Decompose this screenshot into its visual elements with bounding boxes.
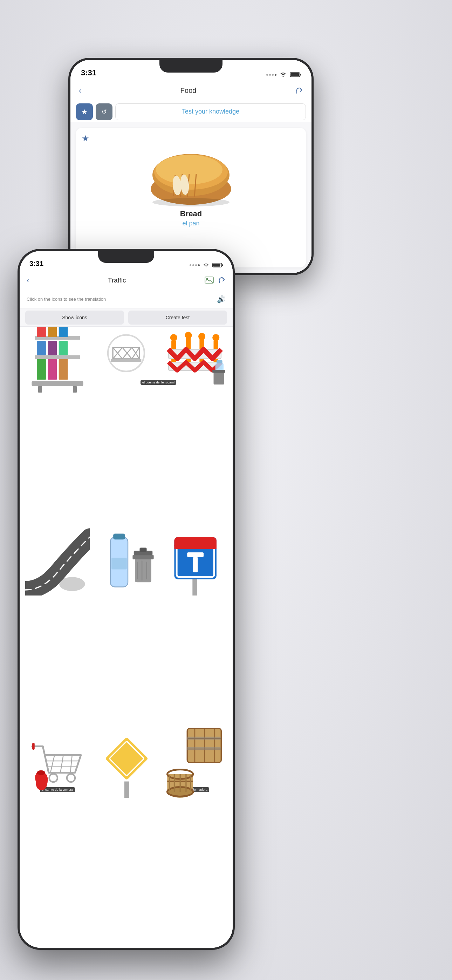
svg-rect-2 xyxy=(300,74,301,76)
svg-rect-63 xyxy=(132,555,153,559)
magazine-rack-img xyxy=(25,332,90,378)
svg-point-0 xyxy=(283,76,284,77)
svg-rect-33 xyxy=(38,386,42,392)
svg-rect-31 xyxy=(59,341,68,355)
status-icons-back xyxy=(266,72,301,78)
show-icons-button[interactable]: Show icons xyxy=(25,310,124,325)
bread-svg xyxy=(145,143,237,207)
t-sign-img xyxy=(162,538,227,583)
bridge-svg xyxy=(94,332,158,378)
signal-dots-front xyxy=(189,264,200,266)
create-test-button[interactable]: Create test xyxy=(128,310,227,325)
t-sign-svg xyxy=(162,525,227,596)
svg-point-14 xyxy=(153,198,229,207)
scene: 3:31 xyxy=(0,0,452,980)
svg-point-51 xyxy=(198,332,205,340)
flash-card[interactable]: ★ xyxy=(76,128,306,267)
word-english: Bread xyxy=(180,209,202,218)
svg-rect-72 xyxy=(174,545,216,549)
status-icons-front xyxy=(189,262,223,268)
wifi-icon xyxy=(279,72,287,78)
notch-front xyxy=(98,251,154,263)
svg-rect-56 xyxy=(214,372,224,385)
wooden-crate-img xyxy=(162,741,227,786)
svg-rect-23 xyxy=(35,355,80,359)
nav-bar-front: ‹ Traffic xyxy=(20,270,232,290)
icon-cell-cart[interactable]: el carrito de la compra xyxy=(25,741,90,942)
icon-cell-water[interactable] xyxy=(94,538,158,737)
card-star-icon[interactable]: ★ xyxy=(82,134,89,143)
svg-rect-3 xyxy=(290,73,299,76)
magazine-rack-svg xyxy=(25,327,90,394)
svg-line-77 xyxy=(60,755,63,773)
word-spanish: el pan xyxy=(182,220,199,227)
back-button[interactable]: ‹ xyxy=(79,86,81,95)
wooden-crate-svg xyxy=(162,725,227,802)
wifi-icon-front xyxy=(202,263,210,268)
svg-rect-61 xyxy=(111,558,126,569)
svg-rect-73 xyxy=(187,552,204,557)
icon-cell-barrier[interactable] xyxy=(162,332,227,533)
svg-rect-89 xyxy=(187,729,221,763)
status-bar-back: 3:31 xyxy=(70,60,312,80)
svg-rect-75 xyxy=(193,579,197,596)
svg-rect-18 xyxy=(213,264,220,266)
bridge-img xyxy=(94,332,158,378)
svg-rect-25 xyxy=(37,341,46,355)
barrier-img xyxy=(162,332,227,378)
page-title-traffic: Traffic xyxy=(29,277,205,284)
battery-icon-front xyxy=(212,262,223,268)
icons-grid: el puente del ferrocarril xyxy=(20,327,232,948)
svg-rect-55 xyxy=(216,360,223,363)
svg-rect-60 xyxy=(113,533,125,539)
svg-point-49 xyxy=(212,334,220,341)
refresh-button[interactable]: ↺ xyxy=(95,103,113,120)
svg-point-15 xyxy=(206,266,207,267)
svg-rect-27 xyxy=(48,327,57,337)
bridge-tooltip: el puente del ferrocarril xyxy=(140,380,176,385)
svg-rect-34 xyxy=(73,386,77,392)
instruction-text: Click on the icons to see the translatio… xyxy=(27,296,217,302)
svg-rect-57 xyxy=(212,370,225,372)
back-button-front[interactable]: ‹ xyxy=(27,276,29,285)
share-icon-front[interactable] xyxy=(218,277,226,284)
sound-icon[interactable]: 🔊 xyxy=(217,295,226,304)
svg-rect-28 xyxy=(48,341,57,355)
gallery-icon[interactable] xyxy=(205,277,214,284)
bread-image xyxy=(145,143,237,207)
page-title-food: Food xyxy=(87,87,290,95)
svg-line-78 xyxy=(70,755,72,773)
svg-point-82 xyxy=(67,773,75,782)
water-bottle-img xyxy=(94,538,158,583)
diamond-sign-img xyxy=(94,741,158,786)
share-icon[interactable] xyxy=(295,87,303,95)
status-bar-front: 3:31 xyxy=(20,251,232,270)
phone-front: 3:31 xyxy=(18,249,235,950)
icon-cell-bridge[interactable]: el puente del ferrocarril xyxy=(94,332,158,533)
instruction-row: Click on the icons to see the translatio… xyxy=(20,290,232,309)
action-row: ★ ↺ Test your knowledge xyxy=(70,101,312,123)
icon-cell-diamond[interactable] xyxy=(94,741,158,942)
notch-back xyxy=(159,60,223,73)
water-bottle-svg xyxy=(94,525,158,596)
test-knowledge-button[interactable]: Test your knowledge xyxy=(115,103,306,120)
svg-rect-24 xyxy=(37,327,46,337)
svg-rect-29 xyxy=(48,359,57,380)
svg-point-48 xyxy=(170,334,177,341)
signal-dots xyxy=(266,74,277,76)
svg-rect-96 xyxy=(187,737,221,740)
icon-cell-magazine[interactable] xyxy=(25,332,90,533)
icon-cell-crate[interactable]: la caja de madera xyxy=(162,741,227,942)
nav-bar-back: ‹ Food xyxy=(70,80,312,101)
road-curve-svg xyxy=(25,525,90,596)
svg-rect-26 xyxy=(37,359,46,380)
icon-cell-tsign[interactable] xyxy=(162,538,227,737)
svg-rect-30 xyxy=(59,327,68,337)
svg-rect-97 xyxy=(187,747,221,750)
battery-icon xyxy=(290,72,301,78)
icon-cell-road[interactable] xyxy=(25,538,90,737)
star-button[interactable]: ★ xyxy=(76,103,93,120)
shopping-cart-svg xyxy=(25,729,90,799)
svg-rect-86 xyxy=(105,737,148,780)
svg-rect-43 xyxy=(111,359,142,362)
